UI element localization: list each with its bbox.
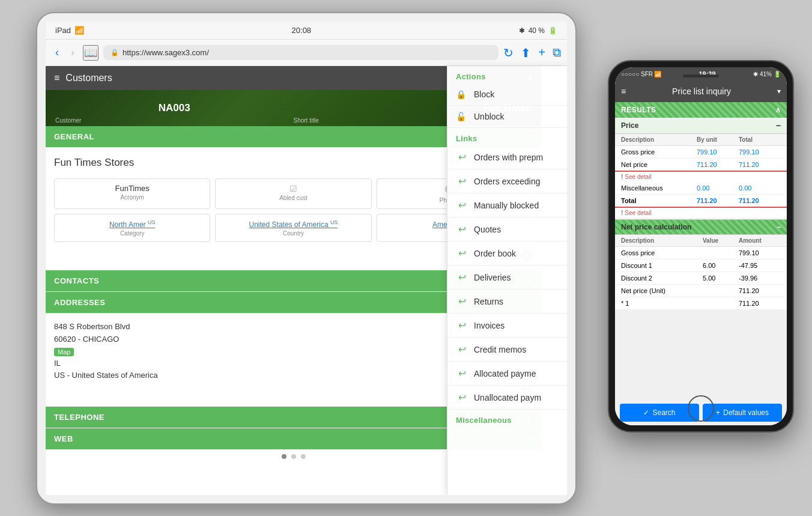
category-label: Category [61, 230, 204, 237]
app-header-left: ≡ Customers [54, 73, 112, 83]
menu-item-allocated[interactable]: ↩ Allocated payme [447, 362, 567, 386]
statusbar-left: iPad 📶 [55, 26, 84, 35]
customer-id: NA003 [55, 102, 294, 114]
block-label: Block [474, 90, 494, 99]
bookmarks-button[interactable]: 📖 [83, 45, 98, 61]
phone-battery-label: 41% [760, 71, 772, 77]
link-icon: ↩ [456, 247, 468, 259]
see-detail-2[interactable]: ! See detail [615, 208, 787, 218]
add-tab-button[interactable]: + [538, 46, 545, 59]
acronym-value: FunTimes [61, 184, 204, 193]
link-icon: ↩ [456, 320, 468, 331]
np-disc2-value: 5.00 [703, 275, 739, 282]
checkbox-icon: ☑ [222, 184, 365, 193]
phone-home-button[interactable] [688, 395, 714, 422]
search-label: Search [652, 408, 675, 417]
hamburger-icon[interactable]: ≡ [54, 73, 59, 83]
wifi-icon: 📶 [74, 26, 84, 35]
link-icon: ↩ [456, 392, 468, 403]
menu-item-unallocated[interactable]: ↩ Unallocated paym [447, 386, 567, 410]
gross-price-byunit: 799.10 [697, 148, 739, 156]
see-detail-label-1: See detail [625, 174, 651, 180]
acronym-field: FunTimes Acronym [54, 178, 210, 209]
abled-cust-field: ☑ Abled cust [215, 178, 371, 209]
menu-item-quotes[interactable]: ↩ Quotes [447, 217, 567, 241]
np-disc1-amount: -47.95 [739, 262, 781, 269]
menu-item-credit-memos[interactable]: ↩ Credit memos [447, 338, 567, 362]
np-netunit-amount: 711.20 [739, 287, 781, 294]
link-icon: ↩ [456, 151, 468, 163]
telephone-title: TELEPHONE [54, 413, 105, 422]
np-disc2-label: Discount 2 [621, 275, 703, 282]
link-icon: ↩ [456, 296, 468, 307]
menu-item-orders-exceeding[interactable]: ↩ Orders exceeding [447, 169, 567, 193]
menu-item-unblock[interactable]: 🔓 Unblock [447, 106, 567, 128]
ipad-label: iPad [55, 26, 71, 35]
see-detail-icon-2: ! [621, 210, 623, 216]
category-value[interactable]: North Amer US [61, 219, 204, 229]
results-chevron-icon[interactable]: ∧ [775, 106, 781, 114]
reload-button[interactable]: ↻ [503, 46, 514, 60]
dot-1 [282, 454, 286, 459]
price-section-header: Price − [615, 118, 787, 134]
share-button[interactable]: ⬆ [521, 46, 531, 60]
tablet-screen: iPad 📶 20:08 ✱ 40 % 🔋 ‹ › 📖 🔒 https://ww… [46, 22, 567, 495]
link-icon: ↩ [456, 368, 468, 379]
country-field: United States of America US Country [215, 214, 371, 242]
link-icon: ↩ [456, 199, 468, 211]
browser-actions: ↻ ⬆ + ⧉ [503, 46, 561, 60]
menu-item-invoices[interactable]: ↩ Invoices [447, 314, 567, 338]
menu-item-returns[interactable]: ↩ Returns [447, 290, 567, 314]
country-value[interactable]: United States of America US [222, 219, 365, 229]
total-total: 711.20 [739, 197, 781, 204]
np-netunit-label: Net price (Unit) [621, 287, 703, 294]
back-button[interactable]: ‹ [52, 45, 62, 60]
price-row-misc: Miscellaneous 0.00 0.00 [615, 182, 787, 195]
credit-memos-label: Credit memos [474, 345, 526, 354]
web-title: WEB [54, 434, 73, 443]
np-disc2-amount: -39.96 [739, 275, 781, 282]
url-bar[interactable]: 🔒 https://www.sagex3.com/ [103, 45, 498, 60]
orders-prepm-label: Orders with prepm [474, 153, 543, 162]
np-mult-amount: 711.20 [739, 300, 781, 307]
manually-blocked-label: Manually blocked [474, 201, 539, 210]
tabs-button[interactable]: ⧉ [553, 46, 561, 59]
menu-item-order-book[interactable]: ↩ Order book [447, 241, 567, 266]
phone-hamburger-icon[interactable]: ≡ [621, 87, 626, 96]
phone-wifi-icon: 📶 [654, 71, 661, 77]
misc-title: Miscellaneous [447, 410, 567, 427]
checkmark-icon: ✓ [643, 408, 649, 417]
np-row-disc1: Discount 1 6.00 -47.95 [615, 260, 787, 272]
phone-app-title: Price list inquiry [672, 87, 731, 96]
see-detail-label-2: See detail [625, 210, 651, 216]
battery-icon: 🔋 [548, 26, 557, 35]
battery-label: 40 % [529, 26, 545, 35]
addresses-title: ADDRESSES [54, 298, 105, 307]
phone-statusbar-left: ○○○○○ SFR 📶 [621, 71, 661, 77]
forward-button[interactable]: › [67, 45, 78, 60]
menu-item-manually-blocked[interactable]: ↩ Manually blocked [447, 193, 567, 217]
bluetooth-icon: ✱ [519, 26, 525, 35]
total-label: Total [621, 197, 697, 204]
netprice-minus-icon[interactable]: − [777, 223, 781, 231]
menu-item-orders-prepm[interactable]: ↩ Orders with prepm [447, 145, 567, 169]
acronym-label: Acronym [61, 194, 204, 201]
phone-chevron-icon[interactable]: ▾ [777, 87, 781, 96]
netprice-title: Net price calculation [621, 223, 691, 231]
order-book-label: Order book [474, 249, 516, 258]
np-row-disc2: Discount 2 5.00 -39.96 [615, 272, 787, 285]
price-minus-icon[interactable]: − [776, 121, 781, 130]
actions-title: Actions [447, 66, 567, 83]
col-description: Description [621, 136, 697, 143]
ipad-time: 20:08 [292, 26, 312, 35]
see-detail-1[interactable]: ! See detail [615, 172, 787, 182]
menu-item-block[interactable]: 🔒 Block [447, 83, 567, 106]
statusbar-right: ✱ 40 % 🔋 [519, 26, 557, 35]
default-values-button[interactable]: + Default values [703, 404, 782, 422]
price-row-gross: Gross price 799.10 799.10 [615, 146, 787, 159]
np-disc1-value: 6.00 [703, 262, 739, 269]
net-price-byunit: 711.20 [697, 161, 739, 168]
menu-item-deliveries[interactable]: ↩ Deliveries [447, 266, 567, 290]
map-badge[interactable]: Map [54, 348, 74, 356]
price-table-misc: Miscellaneous 0.00 0.00 Total 711.20 711… [615, 182, 787, 208]
